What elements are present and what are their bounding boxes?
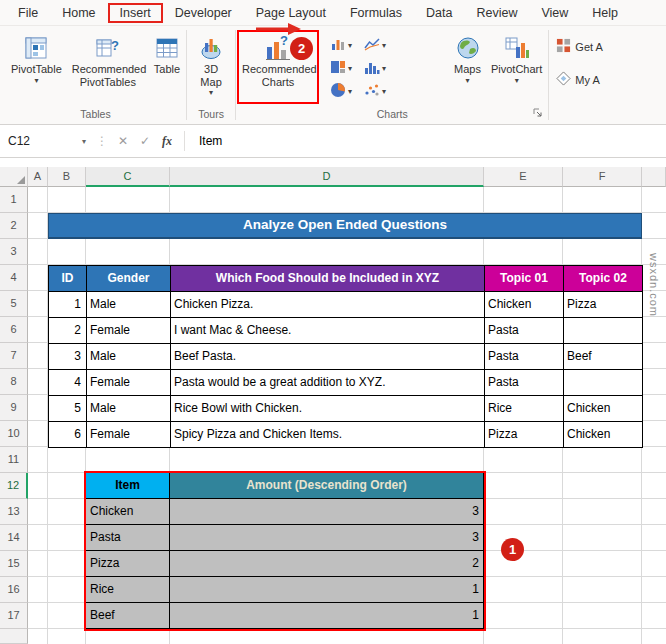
- cell-header-topic01[interactable]: Topic 01: [485, 266, 564, 292]
- row-header-12[interactable]: 12: [0, 473, 28, 499]
- tab-help[interactable]: Help: [580, 3, 630, 23]
- tab-review[interactable]: Review: [464, 3, 529, 23]
- get-addins-button[interactable]: Get A: [556, 38, 626, 55]
- cell[interactable]: Chicken: [564, 396, 643, 422]
- tab-insert[interactable]: Insert: [108, 3, 163, 23]
- cell[interactable]: Female: [87, 318, 171, 344]
- tab-page-layout[interactable]: Page Layout: [244, 3, 338, 23]
- row-header-partial[interactable]: [0, 629, 28, 644]
- tab-formulas[interactable]: Formulas: [338, 3, 414, 23]
- tab-data[interactable]: Data: [414, 3, 464, 23]
- row-header-13[interactable]: 13: [0, 499, 28, 525]
- column-header-d[interactable]: D: [170, 167, 484, 187]
- cell[interactable]: 4: [49, 370, 87, 396]
- my-addins-button[interactable]: My A: [556, 71, 626, 88]
- cell[interactable]: Beef Pasta.: [171, 344, 485, 370]
- column-chart-button[interactable]: ▾: [329, 34, 363, 57]
- row-header-11[interactable]: 11: [0, 447, 28, 473]
- row-header-5[interactable]: 5: [0, 291, 28, 317]
- cell[interactable]: [564, 370, 643, 396]
- name-box[interactable]: C12 ▾: [0, 125, 92, 157]
- cell[interactable]: 6: [49, 422, 87, 448]
- row-header-7[interactable]: 7: [0, 343, 28, 369]
- tab-file[interactable]: File: [6, 3, 50, 23]
- statistic-chart-button[interactable]: ▾: [363, 57, 397, 80]
- cell[interactable]: Male: [87, 292, 171, 318]
- cell[interactable]: [564, 318, 643, 344]
- charts-dialog-launcher-icon[interactable]: [532, 104, 543, 122]
- tab-view[interactable]: View: [529, 3, 580, 23]
- row-header-17[interactable]: 17: [0, 603, 28, 629]
- cell[interactable]: Pasta: [485, 318, 564, 344]
- row-header-2[interactable]: 2: [0, 213, 28, 239]
- cell[interactable]: Chicken: [485, 292, 564, 318]
- row-header-6[interactable]: 6: [0, 317, 28, 343]
- scatter-chart-button[interactable]: ▾: [363, 80, 397, 103]
- cell[interactable]: Male: [87, 344, 171, 370]
- cell[interactable]: Rice: [485, 396, 564, 422]
- chevron-down-icon[interactable]: ▾: [82, 137, 92, 146]
- cell[interactable]: Spicy Pizza and Chicken Items.: [171, 422, 485, 448]
- row-header-10[interactable]: 10: [0, 421, 28, 447]
- column-header-a[interactable]: A: [28, 167, 48, 187]
- cell[interactable]: Pizza: [564, 292, 643, 318]
- cell[interactable]: 3: [49, 344, 87, 370]
- cell[interactable]: Beef: [86, 603, 170, 629]
- cell[interactable]: I want Mac & Cheese.: [171, 318, 485, 344]
- column-header-b[interactable]: B: [48, 167, 86, 187]
- cell-header-item[interactable]: Item: [86, 473, 170, 499]
- select-all-button[interactable]: [0, 167, 28, 187]
- row-header-16[interactable]: 16: [0, 577, 28, 603]
- cell-header-id[interactable]: ID: [49, 266, 87, 292]
- pivottable-button[interactable]: PivotTable ▾: [6, 30, 67, 88]
- cell-header-amount[interactable]: Amount (Descending Order): [170, 473, 484, 499]
- row-header-8[interactable]: 8: [0, 369, 28, 395]
- pie-chart-button[interactable]: ▾: [329, 80, 363, 103]
- column-header-c[interactable]: C: [86, 167, 170, 187]
- cell-header-gender[interactable]: Gender: [87, 266, 171, 292]
- cancel-icon[interactable]: ✕: [112, 134, 134, 148]
- cell[interactable]: Chicken Pizza.: [171, 292, 485, 318]
- cell[interactable]: Chicken: [564, 422, 643, 448]
- cell[interactable]: Female: [87, 422, 171, 448]
- column-header-f[interactable]: F: [563, 167, 642, 187]
- tab-developer[interactable]: Developer: [163, 3, 244, 23]
- cell[interactable]: 3: [170, 499, 484, 525]
- cell[interactable]: Beef: [564, 344, 643, 370]
- cell[interactable]: Pasta would be a great addition to XYZ.: [171, 370, 485, 396]
- cell[interactable]: 1: [170, 577, 484, 603]
- cell-header-topic02[interactable]: Topic 02: [564, 266, 643, 292]
- sheet-title-cell[interactable]: Analyze Open Ended Questions: [48, 213, 642, 239]
- cell[interactable]: Male: [87, 396, 171, 422]
- cell[interactable]: 3: [170, 525, 484, 551]
- cell[interactable]: 2: [170, 551, 484, 577]
- cell[interactable]: Pasta: [485, 344, 564, 370]
- row-header-3[interactable]: 3: [0, 239, 28, 265]
- cell[interactable]: Chicken: [86, 499, 170, 525]
- cell[interactable]: Pizza: [86, 551, 170, 577]
- 3d-map-button[interactable]: 3D Map ▾: [188, 30, 234, 100]
- maps-button[interactable]: Maps ▾: [449, 30, 486, 88]
- cell[interactable]: Female: [87, 370, 171, 396]
- cell[interactable]: Rice Bowl with Chicken.: [171, 396, 485, 422]
- cell[interactable]: Rice: [86, 577, 170, 603]
- recommended-pivottables-button[interactable]: ? Recommended PivotTables: [67, 30, 149, 91]
- row-header-9[interactable]: 9: [0, 395, 28, 421]
- table-button[interactable]: Table: [149, 30, 185, 79]
- cell[interactable]: 2: [49, 318, 87, 344]
- row-header-14[interactable]: 14: [0, 525, 28, 551]
- cell[interactable]: Pasta: [86, 525, 170, 551]
- cell-header-question[interactable]: Which Food Should be Included in XYZ: [171, 266, 485, 292]
- cell[interactable]: Pizza: [485, 422, 564, 448]
- cell[interactable]: 5: [49, 396, 87, 422]
- formula-input[interactable]: Item: [191, 134, 222, 148]
- column-header-e[interactable]: E: [484, 167, 563, 187]
- cell[interactable]: 1: [49, 292, 87, 318]
- column-header-partial[interactable]: [642, 167, 666, 187]
- pivotchart-button[interactable]: PivotChart ▾: [486, 30, 547, 88]
- row-header-1[interactable]: 1: [0, 187, 28, 213]
- insert-function-icon[interactable]: fx: [156, 134, 178, 149]
- tab-home[interactable]: Home: [50, 3, 107, 23]
- cell[interactable]: 1: [170, 603, 484, 629]
- row-header-4[interactable]: 4: [0, 265, 28, 291]
